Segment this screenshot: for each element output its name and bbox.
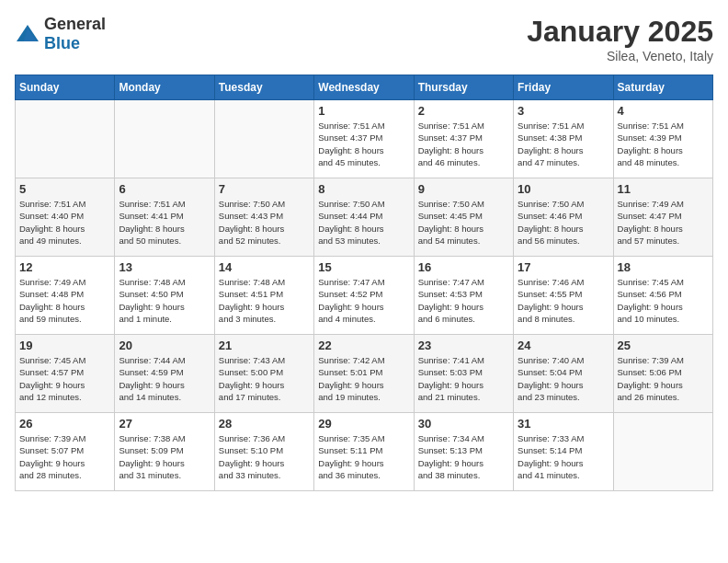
calendar-cell: 9Sunrise: 7:50 AM Sunset: 4:45 PM Daylig… — [414, 178, 513, 257]
day-number: 2 — [418, 104, 509, 118]
day-info: Sunrise: 7:45 AM Sunset: 4:57 PM Dayligh… — [19, 354, 110, 403]
day-info: Sunrise: 7:42 AM Sunset: 5:01 PM Dayligh… — [318, 354, 409, 403]
day-number: 14 — [219, 260, 310, 274]
day-number: 13 — [119, 260, 210, 274]
calendar-week-row: 5Sunrise: 7:51 AM Sunset: 4:40 PM Daylig… — [16, 178, 713, 257]
calendar-cell — [214, 100, 313, 178]
day-info: Sunrise: 7:39 AM Sunset: 5:06 PM Dayligh… — [618, 354, 709, 403]
location-title: Silea, Veneto, Italy — [527, 49, 713, 63]
weekday-header-cell: Sunday — [16, 75, 115, 100]
day-info: Sunrise: 7:36 AM Sunset: 5:10 PM Dayligh… — [219, 432, 310, 481]
day-info: Sunrise: 7:50 AM Sunset: 4:45 PM Dayligh… — [418, 198, 509, 247]
day-info: Sunrise: 7:51 AM Sunset: 4:37 PM Dayligh… — [418, 120, 509, 168]
calendar-cell: 8Sunrise: 7:50 AM Sunset: 4:44 PM Daylig… — [314, 178, 414, 257]
day-info: Sunrise: 7:51 AM Sunset: 4:38 PM Dayligh… — [518, 120, 609, 168]
calendar-cell: 16Sunrise: 7:47 AM Sunset: 4:53 PM Dayli… — [414, 257, 513, 335]
day-info: Sunrise: 7:46 AM Sunset: 4:55 PM Dayligh… — [518, 276, 609, 325]
day-info: Sunrise: 7:49 AM Sunset: 4:47 PM Dayligh… — [618, 198, 709, 247]
weekday-header-cell: Monday — [115, 75, 214, 100]
day-info: Sunrise: 7:44 AM Sunset: 4:59 PM Dayligh… — [119, 354, 210, 403]
calendar-cell: 14Sunrise: 7:48 AM Sunset: 4:51 PM Dayli… — [214, 257, 313, 335]
logo-text: General Blue — [44, 15, 106, 53]
calendar-cell: 13Sunrise: 7:48 AM Sunset: 4:50 PM Dayli… — [115, 257, 214, 335]
logo-icon — [15, 23, 40, 45]
day-number: 27 — [119, 417, 210, 431]
day-number: 25 — [618, 339, 709, 352]
day-number: 31 — [518, 417, 609, 431]
day-number: 29 — [318, 417, 409, 431]
day-info: Sunrise: 7:41 AM Sunset: 5:03 PM Dayligh… — [418, 354, 509, 403]
calendar-cell: 24Sunrise: 7:40 AM Sunset: 5:04 PM Dayli… — [514, 335, 613, 413]
day-info: Sunrise: 7:34 AM Sunset: 5:13 PM Dayligh… — [418, 432, 509, 481]
day-info: Sunrise: 7:49 AM Sunset: 4:48 PM Dayligh… — [19, 276, 110, 325]
calendar-cell: 21Sunrise: 7:43 AM Sunset: 5:00 PM Dayli… — [214, 335, 313, 413]
day-info: Sunrise: 7:50 AM Sunset: 4:44 PM Dayligh… — [318, 198, 409, 247]
day-number: 10 — [518, 182, 609, 196]
day-number: 19 — [19, 339, 110, 352]
weekday-header-cell: Friday — [514, 75, 613, 100]
day-info: Sunrise: 7:51 AM Sunset: 4:40 PM Dayligh… — [19, 198, 110, 247]
day-number: 20 — [119, 339, 210, 352]
day-info: Sunrise: 7:50 AM Sunset: 4:43 PM Dayligh… — [219, 198, 310, 247]
day-number: 24 — [518, 339, 609, 352]
logo-blue: Blue — [44, 34, 80, 52]
calendar-cell: 29Sunrise: 7:35 AM Sunset: 5:11 PM Dayli… — [314, 413, 414, 491]
calendar-cell: 26Sunrise: 7:39 AM Sunset: 5:07 PM Dayli… — [16, 413, 115, 491]
calendar-week-row: 19Sunrise: 7:45 AM Sunset: 4:57 PM Dayli… — [16, 335, 713, 413]
day-info: Sunrise: 7:39 AM Sunset: 5:07 PM Dayligh… — [19, 432, 110, 481]
logo-general: General — [44, 15, 106, 33]
weekday-header-cell: Thursday — [414, 75, 513, 100]
day-info: Sunrise: 7:38 AM Sunset: 5:09 PM Dayligh… — [119, 432, 210, 481]
calendar-cell: 17Sunrise: 7:46 AM Sunset: 4:55 PM Dayli… — [514, 257, 613, 335]
calendar-cell: 31Sunrise: 7:33 AM Sunset: 5:14 PM Dayli… — [514, 413, 613, 491]
day-number: 15 — [318, 260, 409, 274]
calendar-cell: 20Sunrise: 7:44 AM Sunset: 4:59 PM Dayli… — [115, 335, 214, 413]
day-number: 5 — [19, 182, 110, 196]
day-info: Sunrise: 7:51 AM Sunset: 4:39 PM Dayligh… — [618, 120, 709, 168]
day-info: Sunrise: 7:50 AM Sunset: 4:46 PM Dayligh… — [518, 198, 609, 247]
day-info: Sunrise: 7:35 AM Sunset: 5:11 PM Dayligh… — [318, 432, 409, 481]
calendar-cell: 12Sunrise: 7:49 AM Sunset: 4:48 PM Dayli… — [16, 257, 115, 335]
day-info: Sunrise: 7:43 AM Sunset: 5:00 PM Dayligh… — [219, 354, 310, 403]
calendar-cell: 11Sunrise: 7:49 AM Sunset: 4:47 PM Dayli… — [613, 178, 712, 257]
calendar-cell: 3Sunrise: 7:51 AM Sunset: 4:38 PM Daylig… — [514, 100, 613, 178]
logo: General Blue — [15, 15, 106, 53]
calendar-week-row: 12Sunrise: 7:49 AM Sunset: 4:48 PM Dayli… — [16, 257, 713, 335]
day-number: 23 — [418, 339, 509, 352]
day-number: 22 — [318, 339, 409, 352]
calendar-cell: 30Sunrise: 7:34 AM Sunset: 5:13 PM Dayli… — [414, 413, 513, 491]
calendar-cell: 1Sunrise: 7:51 AM Sunset: 4:37 PM Daylig… — [314, 100, 414, 178]
day-info: Sunrise: 7:40 AM Sunset: 5:04 PM Dayligh… — [518, 354, 609, 403]
day-number: 8 — [318, 182, 409, 196]
calendar-week-row: 26Sunrise: 7:39 AM Sunset: 5:07 PM Dayli… — [16, 413, 713, 491]
calendar-table: SundayMondayTuesdayWednesdayThursdayFrid… — [15, 75, 713, 491]
day-info: Sunrise: 7:48 AM Sunset: 4:51 PM Dayligh… — [219, 276, 310, 325]
day-number: 9 — [418, 182, 509, 196]
calendar-cell: 25Sunrise: 7:39 AM Sunset: 5:06 PM Dayli… — [613, 335, 712, 413]
calendar-cell: 4Sunrise: 7:51 AM Sunset: 4:39 PM Daylig… — [613, 100, 712, 178]
month-title: January 2025 — [527, 15, 713, 49]
day-info: Sunrise: 7:47 AM Sunset: 4:52 PM Dayligh… — [318, 276, 409, 325]
calendar-body: 1Sunrise: 7:51 AM Sunset: 4:37 PM Daylig… — [16, 100, 713, 491]
weekday-header-row: SundayMondayTuesdayWednesdayThursdayFrid… — [16, 75, 713, 100]
day-info: Sunrise: 7:51 AM Sunset: 4:41 PM Dayligh… — [119, 198, 210, 247]
calendar-cell: 7Sunrise: 7:50 AM Sunset: 4:43 PM Daylig… — [214, 178, 313, 257]
day-number: 7 — [219, 182, 310, 196]
day-number: 18 — [618, 260, 709, 274]
calendar-cell: 5Sunrise: 7:51 AM Sunset: 4:40 PM Daylig… — [16, 178, 115, 257]
weekday-header-cell: Tuesday — [214, 75, 313, 100]
day-number: 28 — [219, 417, 310, 431]
calendar-cell: 15Sunrise: 7:47 AM Sunset: 4:52 PM Dayli… — [314, 257, 414, 335]
calendar-cell: 28Sunrise: 7:36 AM Sunset: 5:10 PM Dayli… — [214, 413, 313, 491]
calendar-cell: 27Sunrise: 7:38 AM Sunset: 5:09 PM Dayli… — [115, 413, 214, 491]
calendar-cell: 2Sunrise: 7:51 AM Sunset: 4:37 PM Daylig… — [414, 100, 513, 178]
calendar-cell — [115, 100, 214, 178]
weekday-header-cell: Wednesday — [314, 75, 414, 100]
day-number: 30 — [418, 417, 509, 431]
day-info: Sunrise: 7:51 AM Sunset: 4:37 PM Dayligh… — [318, 120, 409, 168]
page-header: General Blue January 2025 Silea, Veneto,… — [15, 15, 713, 63]
day-number: 11 — [618, 182, 709, 196]
day-number: 6 — [119, 182, 210, 196]
calendar-cell — [16, 100, 115, 178]
calendar-cell: 18Sunrise: 7:45 AM Sunset: 4:56 PM Dayli… — [613, 257, 712, 335]
